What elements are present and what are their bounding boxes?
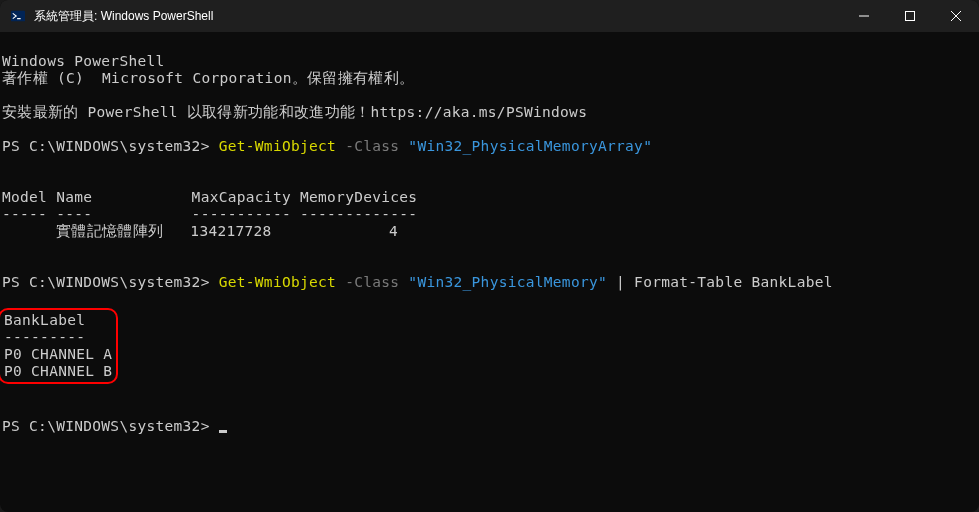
prompt: PS C:\WINDOWS\system32> xyxy=(2,274,210,290)
minimize-button[interactable] xyxy=(841,0,887,32)
table-row: P0 CHANNEL B xyxy=(4,363,112,379)
maximize-button[interactable] xyxy=(887,0,933,32)
prompt: PS C:\WINDOWS\system32> xyxy=(2,138,210,154)
cmdlet: Get-WmiObject xyxy=(219,274,336,290)
param: -Class xyxy=(345,274,399,290)
table-header: Model Name MaxCapacity MemoryDevices xyxy=(2,189,417,205)
svg-rect-3 xyxy=(906,12,915,21)
terminal-output[interactable]: Windows PowerShell 著作權 (C) Microsoft Cor… xyxy=(0,32,979,512)
window-controls xyxy=(841,0,979,32)
table-row: P0 CHANNEL A xyxy=(4,346,112,362)
close-button[interactable] xyxy=(933,0,979,32)
ps-header: Windows PowerShell xyxy=(2,53,165,69)
window-title: 系統管理員: Windows PowerShell xyxy=(34,8,841,25)
ps-copyright: 著作權 (C) Microsoft Corporation。保留擁有權利。 xyxy=(2,70,414,86)
param: -Class xyxy=(345,138,399,154)
arg: "Win32_PhysicalMemory" xyxy=(408,274,607,290)
cursor xyxy=(219,430,227,433)
cmdlet: Get-WmiObject xyxy=(219,138,336,154)
svg-rect-0 xyxy=(11,11,25,22)
powershell-window: 系統管理員: Windows PowerShell Windows PowerS… xyxy=(0,0,979,512)
highlight-annotation: BankLabel --------- P0 CHANNEL A P0 CHAN… xyxy=(0,308,118,384)
ps-notice: 安裝最新的 PowerShell 以取得新功能和改進功能！https://aka… xyxy=(2,104,587,120)
pipe-cmd: | Format-Table BankLabel xyxy=(616,274,833,290)
titlebar[interactable]: 系統管理員: Windows PowerShell xyxy=(0,0,979,32)
table-header: BankLabel xyxy=(4,312,85,328)
table-divider: --------- xyxy=(4,329,85,345)
powershell-icon xyxy=(10,8,26,24)
table-divider: ----- ---- ----------- ------------- xyxy=(2,206,417,222)
table-row: 實體記憶體陣列 134217728 4 xyxy=(2,223,398,239)
prompt: PS C:\WINDOWS\system32> xyxy=(2,418,210,434)
arg: "Win32_PhysicalMemoryArray" xyxy=(408,138,652,154)
